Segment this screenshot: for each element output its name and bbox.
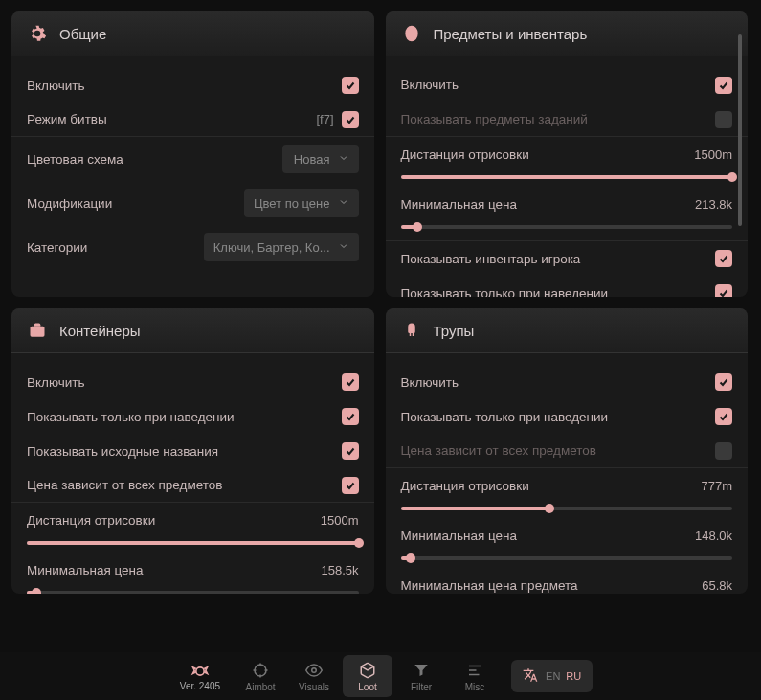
general-title: Общие — [59, 26, 106, 42]
general-battle-row: Режим битвы [f7] — [11, 102, 374, 137]
corp-minprice-label: Минимальная цена — [401, 529, 518, 543]
nav-filter[interactable]: Filter — [396, 655, 446, 697]
items-quest-label: Показывать предметы заданий — [401, 112, 588, 126]
cont-minprice-label: Минимальная цена — [27, 563, 144, 577]
items-inv-label: Показывать инвентарь игрока — [401, 252, 581, 266]
version-label: Ver. 2405 — [180, 681, 220, 691]
items-hover-label: Показывать только при наведении — [401, 286, 609, 298]
nav-visuals[interactable]: Visuals — [289, 655, 339, 697]
cont-minprice-row: Минимальная цена 158.5k — [11, 553, 374, 587]
corp-minprice-slider[interactable] — [386, 556, 749, 568]
gear-icon — [27, 23, 48, 44]
items-enable-checkbox[interactable] — [715, 77, 732, 94]
general-enable-label: Включить — [27, 79, 85, 93]
corp-dist-row: Дистанция отрисовки 777m — [386, 468, 749, 503]
cont-orig-row: Показывать исходные названия — [11, 434, 374, 468]
items-quest-checkbox[interactable] — [715, 111, 732, 128]
categories-label: Категории — [27, 240, 87, 255]
cont-dist-row: Дистанция отрисовки 1500m — [11, 503, 374, 537]
cont-dist-label: Дистанция отрисовки — [27, 513, 155, 528]
translate-icon — [523, 667, 540, 685]
svg-rect-1 — [31, 327, 45, 337]
corp-minitem-row: Минимальная цена предмета 65.8k — [386, 568, 749, 594]
chevron-down-icon — [338, 150, 349, 168]
general-battle-checkbox[interactable] — [342, 111, 359, 128]
general-enable-checkbox[interactable] — [342, 77, 359, 94]
battle-hotkey: [f7] — [316, 112, 333, 126]
corp-minitem-label: Минимальная цена предмета — [401, 578, 578, 593]
items-dist-slider[interactable] — [386, 175, 749, 187]
general-battle-label: Режим битвы — [27, 112, 107, 126]
filter-icon — [412, 661, 431, 680]
corp-dist-slider[interactable] — [386, 507, 749, 518]
corp-minitem-value: 65.8k — [702, 578, 732, 593]
general-header: Общие — [11, 11, 374, 56]
lang-ru: RU — [566, 670, 581, 682]
corp-hover-checkbox[interactable] — [715, 408, 732, 425]
containers-header: Контейнеры — [11, 308, 374, 353]
items-minprice-label: Минимальная цена — [401, 197, 518, 212]
items-hover-checkbox[interactable] — [715, 284, 732, 297]
corp-enable-row: Включить — [386, 365, 749, 399]
items-enable-row: Включить — [386, 68, 749, 102]
cont-minprice-slider[interactable] — [11, 591, 374, 594]
general-panel: Общие Включить Режим битвы [f7] Цветовая… — [11, 11, 374, 297]
cont-orig-checkbox[interactable] — [342, 442, 359, 460]
corp-priceall-label: Цена зависит от всех предметов — [401, 443, 596, 458]
corp-minprice-row: Минимальная цена 148.0k — [386, 518, 749, 553]
cont-hover-label: Показывать только при наведении — [27, 410, 235, 424]
cont-hover-checkbox[interactable] — [342, 408, 359, 425]
nav-loot[interactable]: Loot — [343, 655, 392, 697]
colorscheme-select[interactable]: Новая — [282, 145, 359, 173]
items-enable-label: Включить — [401, 78, 459, 92]
svg-point-8 — [312, 667, 317, 672]
items-inv-checkbox[interactable] — [715, 250, 732, 267]
items-panel: Предметы и инвентарь Включить Показывать… — [386, 11, 749, 297]
colorscheme-label: Цветовая схема — [27, 152, 123, 167]
svg-point-3 — [255, 665, 266, 676]
items-minprice-row: Минимальная цена 213.8k — [386, 187, 749, 221]
items-dist-label: Дистанция отрисовки — [401, 147, 529, 162]
version-box: Ver. 2405 — [168, 662, 232, 691]
cont-enable-checkbox[interactable] — [342, 373, 359, 391]
categories-row: Категории Ключи, Бартер, Ко... — [11, 225, 374, 269]
container-icon — [27, 320, 48, 341]
items-dist-value: 1500m — [694, 147, 732, 162]
corpses-header: Трупы — [386, 308, 749, 353]
cont-priceall-checkbox[interactable] — [342, 477, 359, 494]
items-scrollbar[interactable] — [738, 34, 742, 226]
items-title: Предметы и инвентарь — [434, 26, 588, 42]
corp-enable-label: Включить — [401, 375, 459, 390]
containers-title: Контейнеры — [59, 323, 141, 339]
cont-priceall-label: Цена зависит от всех предметов — [27, 478, 222, 492]
chevron-down-icon — [338, 238, 349, 256]
items-quest-row: Показывать предметы заданий — [386, 102, 749, 137]
corp-enable-checkbox[interactable] — [715, 373, 732, 391]
corpse-icon — [401, 320, 422, 341]
nav-aimbot[interactable]: Aimbot — [235, 655, 285, 697]
items-inv-row: Показывать инвентарь игрока — [386, 241, 749, 276]
cont-priceall-row: Цена зависит от всех предметов — [11, 468, 374, 503]
corp-priceall-checkbox[interactable] — [715, 442, 732, 460]
corp-priceall-row: Цена зависит от всех предметов — [386, 434, 749, 468]
eye-icon — [304, 661, 324, 680]
categories-select[interactable]: Ключи, Бартер, Ко... — [204, 233, 359, 261]
modifications-select[interactable]: Цвет по цене — [244, 189, 359, 217]
items-minprice-slider[interactable] — [386, 225, 749, 241]
cont-orig-label: Показывать исходные названия — [27, 444, 218, 459]
modifications-label: Модификации — [27, 196, 112, 211]
chevron-down-icon — [338, 194, 349, 212]
bottom-nav: Ver. 2405 Aimbot Visuals Loot Filter Mis… — [0, 652, 761, 700]
cont-enable-row: Включить — [11, 365, 374, 399]
general-enable-row: Включить — [11, 68, 374, 102]
cont-dist-slider[interactable] — [11, 541, 374, 553]
box-icon — [358, 661, 377, 680]
modifications-row: Модификации Цвет по цене — [11, 181, 374, 225]
cont-hover-row: Показывать только при наведении — [11, 399, 374, 434]
corp-dist-value: 777m — [701, 479, 732, 493]
cont-enable-label: Включить — [27, 375, 85, 390]
containers-panel: Контейнеры Включить Показывать только пр… — [11, 308, 374, 594]
language-switcher[interactable]: EN RU — [511, 660, 593, 692]
corp-minprice-value: 148.0k — [695, 529, 732, 543]
nav-misc[interactable]: Misc — [450, 655, 500, 697]
